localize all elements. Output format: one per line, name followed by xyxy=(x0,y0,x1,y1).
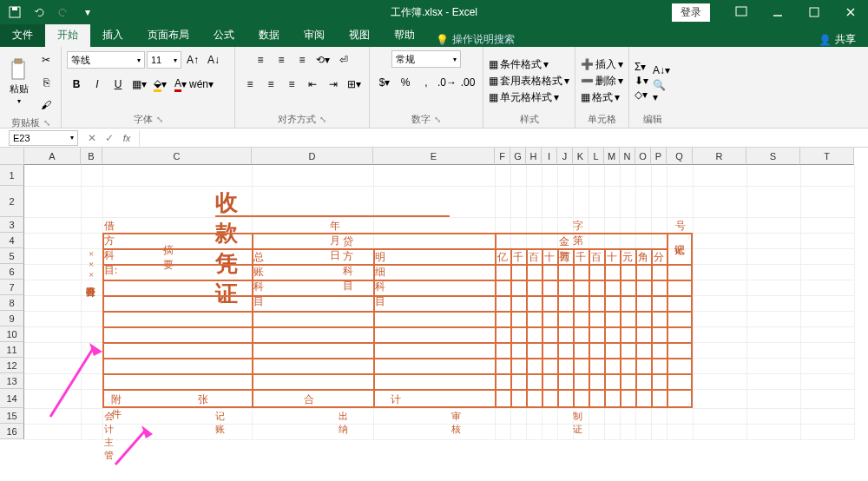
tab-formulas[interactable]: 公式 xyxy=(201,23,247,47)
align-middle-icon[interactable]: ≡ xyxy=(272,50,291,69)
column-header-J[interactable]: J xyxy=(557,148,573,165)
align-bottom-icon[interactable]: ≡ xyxy=(293,50,312,69)
share-button[interactable]: 👤 共享 xyxy=(806,32,868,47)
find-icon[interactable]: 🔍▾ xyxy=(652,82,671,101)
column-header-P[interactable]: P xyxy=(651,148,667,165)
column-header-S[interactable]: S xyxy=(746,148,800,165)
row-header-12[interactable]: 12 xyxy=(0,358,24,373)
row-header-9[interactable]: 9 xyxy=(0,311,24,326)
login-button[interactable]: 登录 xyxy=(672,3,710,22)
border-icon[interactable]: ▦▾ xyxy=(129,75,148,94)
font-dialog-icon[interactable]: ⤡ xyxy=(156,115,163,124)
tab-data[interactable]: 数据 xyxy=(247,23,292,47)
row-header-4[interactable]: 4 xyxy=(0,233,24,248)
row-header-11[interactable]: 11 xyxy=(0,342,24,358)
formula-input[interactable] xyxy=(139,130,868,146)
tab-view[interactable]: 视图 xyxy=(337,23,382,47)
tab-review[interactable]: 审阅 xyxy=(292,23,337,47)
align-left-icon[interactable]: ≡ xyxy=(240,75,260,94)
paste-button[interactable]: 粘贴▾ xyxy=(5,58,33,107)
decrease-decimal-icon[interactable]: .00 xyxy=(458,73,477,92)
align-center-icon[interactable]: ≡ xyxy=(261,75,280,94)
maximize-icon[interactable] xyxy=(797,0,832,24)
decrease-indent-icon[interactable]: ⇤ xyxy=(303,75,322,94)
cut-icon[interactable]: ✂ xyxy=(36,50,56,69)
fx-icon[interactable]: fx xyxy=(118,129,135,147)
format-cells-button[interactable]: ▦格式▾ xyxy=(581,90,623,105)
column-header-C[interactable]: C xyxy=(102,148,252,165)
number-dialog-icon[interactable]: ⤡ xyxy=(434,115,441,124)
tab-layout[interactable]: 页面布局 xyxy=(135,23,201,47)
save-icon[interactable] xyxy=(7,4,23,20)
align-top-icon[interactable]: ≡ xyxy=(251,50,270,69)
clipboard-dialog-icon[interactable]: ⤡ xyxy=(43,118,50,128)
minimize-icon[interactable] xyxy=(760,0,795,24)
row-header-2[interactable]: 2 xyxy=(0,186,24,217)
merge-icon[interactable]: ⊞▾ xyxy=(345,75,364,94)
fill-button[interactable]: ⬇▾ xyxy=(635,75,648,87)
bold-button[interactable]: B xyxy=(67,75,86,94)
row-header-15[interactable]: 15 xyxy=(0,408,24,424)
column-header-B[interactable]: B xyxy=(81,148,102,165)
column-header-F[interactable]: F xyxy=(495,148,510,165)
row-header-1[interactable]: 1 xyxy=(0,165,24,186)
undo-icon[interactable] xyxy=(31,4,47,20)
enter-icon[interactable]: ✓ xyxy=(101,129,118,147)
percent-icon[interactable]: % xyxy=(396,73,415,92)
font-size-combo[interactable]: 11▾ xyxy=(147,51,181,69)
number-format-combo[interactable]: 常规▾ xyxy=(391,50,461,68)
redo-icon[interactable] xyxy=(56,4,71,20)
increase-font-icon[interactable]: A↑ xyxy=(183,50,202,69)
tab-help[interactable]: 帮助 xyxy=(382,23,427,47)
row-headers[interactable]: 12345678910111213141516 xyxy=(0,165,24,439)
sort-filter-icon[interactable]: A↓▾ xyxy=(652,61,671,80)
row-header-3[interactable]: 3 xyxy=(0,217,24,233)
comma-icon[interactable]: , xyxy=(417,73,436,92)
font-color-icon[interactable]: A▾ xyxy=(171,75,190,94)
column-header-N[interactable]: N xyxy=(620,148,635,165)
column-header-M[interactable]: M xyxy=(604,148,620,165)
row-header-7[interactable]: 7 xyxy=(0,280,24,295)
column-header-G[interactable]: G xyxy=(510,148,526,165)
select-all-corner[interactable] xyxy=(0,148,24,165)
align-right-icon[interactable]: ≡ xyxy=(282,75,301,94)
insert-cells-button[interactable]: ➕插入▾ xyxy=(581,57,623,72)
autosum-button[interactable]: Σ▾ xyxy=(635,61,648,73)
tab-file[interactable]: 文件 xyxy=(0,23,45,47)
tab-insert[interactable]: 插入 xyxy=(90,23,135,47)
decrease-font-icon[interactable]: A↓ xyxy=(204,50,223,69)
column-header-I[interactable]: I xyxy=(542,148,557,165)
tell-me-search[interactable]: 💡 操作说明搜索 xyxy=(427,32,523,47)
column-header-K[interactable]: K xyxy=(573,148,589,165)
copy-icon[interactable]: ⎘ xyxy=(36,73,56,92)
accounting-icon[interactable]: $▾ xyxy=(375,73,394,92)
phonetic-icon[interactable]: wén▾ xyxy=(192,75,211,94)
orientation-icon[interactable]: ⟲▾ xyxy=(313,50,332,69)
format-painter-icon[interactable]: 🖌 xyxy=(36,96,56,115)
column-header-H[interactable]: H xyxy=(526,148,542,165)
fill-color-icon[interactable]: ⬙▾ xyxy=(150,75,169,94)
row-header-13[interactable]: 13 xyxy=(0,373,24,389)
spreadsheet-grid[interactable]: ABCDEFGHIJKLMNOPQRST 1234567891011121314… xyxy=(0,148,868,481)
wrap-text-icon[interactable]: ⏎ xyxy=(334,50,353,69)
font-name-combo[interactable]: 等线▾ xyxy=(67,51,145,69)
column-header-Q[interactable]: Q xyxy=(667,148,693,165)
delete-cells-button[interactable]: ➖删除▾ xyxy=(581,74,623,89)
row-header-5[interactable]: 5 xyxy=(0,248,24,264)
column-header-A[interactable]: A xyxy=(24,148,81,165)
column-header-T[interactable]: T xyxy=(800,148,854,165)
conditional-format-button[interactable]: ▦条件格式▾ xyxy=(489,57,569,72)
table-format-button[interactable]: ▦套用表格格式▾ xyxy=(489,74,569,89)
ribbon-display-icon[interactable] xyxy=(724,0,759,24)
qat-dropdown-icon[interactable]: ▾ xyxy=(80,4,95,20)
column-header-E[interactable]: E xyxy=(373,148,495,165)
row-header-14[interactable]: 14 xyxy=(0,389,24,408)
italic-button[interactable]: I xyxy=(88,75,107,94)
close-icon[interactable] xyxy=(833,0,868,24)
row-header-16[interactable]: 16 xyxy=(0,424,24,439)
column-header-D[interactable]: D xyxy=(252,148,373,165)
increase-decimal-icon[interactable]: .0→ xyxy=(437,73,457,92)
increase-indent-icon[interactable]: ⇥ xyxy=(324,75,343,94)
row-header-8[interactable]: 8 xyxy=(0,295,24,311)
column-headers[interactable]: ABCDEFGHIJKLMNOPQRST xyxy=(24,148,854,165)
